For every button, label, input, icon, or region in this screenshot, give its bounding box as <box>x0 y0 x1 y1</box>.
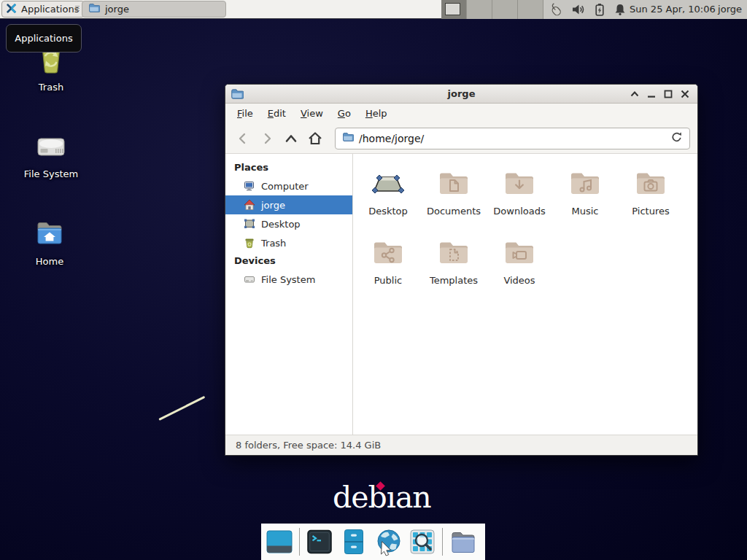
dock-separator <box>299 528 300 556</box>
taskbar-button-jorge[interactable]: jorge <box>82 1 226 18</box>
forward-button[interactable] <box>257 128 277 149</box>
folder-icon <box>88 2 100 16</box>
sidebar-item-label: Computer <box>261 181 309 192</box>
file-label: Videos <box>503 275 535 286</box>
reload-icon[interactable] <box>670 131 683 146</box>
shade-button[interactable] <box>630 89 640 99</box>
file-label: Documents <box>427 206 481 217</box>
terminal-icon[interactable] <box>305 527 334 556</box>
sidebar: Places Computer jorge Desktop Trash Devi… <box>225 154 353 435</box>
sidebar-item-file-system[interactable]: File System <box>225 270 352 289</box>
file-label: Downloads <box>493 206 545 217</box>
file-label: Music <box>572 206 599 217</box>
up-button[interactable] <box>281 128 301 149</box>
battery-icon[interactable] <box>592 2 607 17</box>
menu-help[interactable]: Help <box>358 104 395 123</box>
home-button[interactable] <box>305 128 325 149</box>
dock-separator <box>442 528 443 556</box>
sidebar-item-trash[interactable]: Trash <box>225 233 352 252</box>
bottom-dock <box>261 524 485 560</box>
sidebar-item-jorge[interactable]: jorge <box>225 195 352 214</box>
desktop-icon-home[interactable]: Home <box>15 216 85 267</box>
workspace-1[interactable] <box>441 0 467 19</box>
file-label: Public <box>374 275 402 286</box>
xfce-applications-icon <box>5 2 18 17</box>
file-item-documents[interactable]: Documents <box>421 160 487 230</box>
minimize-button[interactable] <box>646 89 657 99</box>
clock[interactable]: Sun 25 Apr, 10:06 <box>630 0 716 19</box>
workspace-2[interactable] <box>467 0 492 19</box>
debian-logo: debıan <box>333 480 431 515</box>
workspace-switcher <box>441 0 543 19</box>
hard-drive-icon <box>33 128 69 165</box>
workspace-4[interactable] <box>518 0 543 19</box>
file-item-public[interactable]: Public <box>355 230 421 299</box>
panel-username[interactable]: jorge <box>718 0 742 19</box>
notifications-bell-icon[interactable] <box>613 2 627 17</box>
file-item-pictures[interactable]: Pictures <box>618 160 684 230</box>
menu-edit[interactable]: Edit <box>260 104 293 123</box>
directory-menu-folder-icon[interactable] <box>448 527 477 556</box>
window-title: jorge <box>225 85 697 103</box>
sidebar-item-label: Desktop <box>261 219 301 230</box>
desktop-icon <box>244 218 255 230</box>
path-text[interactable]: /home/jorge/ <box>359 133 665 144</box>
sidebar-item-label: File System <box>261 274 315 285</box>
applications-menu-button[interactable]: Applications <box>1 1 85 18</box>
file-item-templates[interactable]: Templates <box>421 230 487 299</box>
drive-icon <box>244 273 255 285</box>
web-browser-icon[interactable] <box>374 527 403 556</box>
window-folder-icon <box>231 88 244 104</box>
applications-tooltip: Applications <box>6 24 82 52</box>
debian-logo-text2: an <box>395 480 431 515</box>
file-item-desktop[interactable]: Desktop <box>355 160 421 230</box>
desktop-icon-label: Home <box>36 256 63 267</box>
file-cabinet-icon[interactable] <box>339 527 368 556</box>
close-button[interactable] <box>680 89 690 99</box>
window-titlebar[interactable]: jorge <box>225 85 697 104</box>
file-manager-window: jorge File Edit View Go Help /home/jorge… <box>225 84 698 456</box>
sidebar-item-desktop[interactable]: Desktop <box>225 214 352 233</box>
maximize-button[interactable] <box>663 89 673 99</box>
sidebar-item-computer[interactable]: Computer <box>225 176 352 195</box>
file-item-music[interactable]: Music <box>552 160 618 230</box>
file-label: Templates <box>430 275 478 286</box>
app-finder-icon[interactable] <box>408 527 437 556</box>
mouse-icon[interactable] <box>548 2 562 17</box>
workspace-window-thumb <box>445 3 460 15</box>
location-bar[interactable]: /home/jorge/ <box>335 128 690 149</box>
home-folder-icon <box>31 216 68 252</box>
workspace-3[interactable] <box>492 0 518 19</box>
downloads-folder-icon <box>502 166 537 201</box>
file-list-area[interactable]: Desktop Documents Down <box>353 154 697 435</box>
show-desktop-icon[interactable] <box>265 527 294 556</box>
file-label: Pictures <box>632 206 669 217</box>
top-panel: Applications jorge Sun 25 Apr, 10:06 jor… <box>0 0 747 19</box>
documents-folder-icon <box>436 166 471 201</box>
sidebar-item-label: Trash <box>261 238 286 249</box>
panel-handle[interactable] <box>75 6 80 11</box>
menu-file[interactable]: File <box>230 104 260 123</box>
menubar: File Edit View Go Help <box>225 104 697 123</box>
panel-right-section: Sun 25 Apr, 10:06 jorge <box>441 0 747 19</box>
statusbar-text: 8 folders, Free space: 14.4 GiB <box>236 440 381 451</box>
file-label: Desktop <box>368 206 408 217</box>
volume-icon[interactable] <box>570 2 585 17</box>
desktop-icon-label: File System <box>24 168 78 179</box>
back-button[interactable] <box>233 128 253 149</box>
stray-line-artifact <box>158 396 205 421</box>
debian-logo-i: ı <box>387 480 395 515</box>
pictures-folder-icon <box>633 166 668 201</box>
taskbar-button-label: jorge <box>105 4 129 15</box>
home-icon <box>244 199 255 211</box>
file-item-videos[interactable]: Videos <box>487 230 552 299</box>
menu-view[interactable]: View <box>293 104 330 123</box>
desktop-icon-file-system[interactable]: File System <box>16 128 86 179</box>
applications-menu-label: Applications <box>21 4 79 15</box>
desktop-icon <box>371 166 406 201</box>
public-folder-icon <box>371 235 406 270</box>
menu-go[interactable]: Go <box>330 104 358 123</box>
music-folder-icon <box>568 166 603 201</box>
templates-folder-icon <box>436 235 471 270</box>
file-item-downloads[interactable]: Downloads <box>487 160 552 230</box>
